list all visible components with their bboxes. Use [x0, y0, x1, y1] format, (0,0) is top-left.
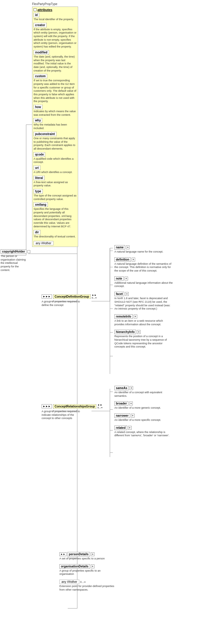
prop-id-name: id [34, 13, 39, 17]
right-prop-facet-plus: + [125, 292, 129, 296]
concept-rel-group-box: ►►► ConceptRelationshipsGroup ►► 0...∞ A… [42, 404, 102, 420]
rel-prop-sameas-label: sameAs [114, 386, 129, 390]
rel-prop-sameas-desc: An identifier of a concept with equivale… [114, 391, 174, 398]
any-other-bottom-desc: Extension point for provider-defined pro… [59, 585, 119, 591]
right-prop-name-item: name + A natural language name for the c… [114, 245, 174, 254]
prop-how-name: how [34, 105, 42, 109]
right-prop-remoteinfo-item: remoteInfo + A link to an item or a web … [114, 314, 174, 326]
prop-qcode: qcode A qualified code which identifies … [34, 152, 77, 164]
prop-custom-name: custom [34, 74, 47, 78]
right-prop-facet-item: facet + In NAR 1.8 and later, facet is d… [114, 292, 174, 311]
prop-type-desc: The type of the concept assigned as cont… [34, 194, 77, 201]
prop-uri-name: uri [34, 166, 40, 170]
rel-prop-narrower-plus: + [131, 414, 135, 418]
concept-def-connector: ►►► [42, 294, 52, 299]
concept-def-desc: A group of properties required to define… [42, 300, 83, 307]
concept-rel-connector: ►►► [42, 404, 52, 408]
prop-qcode-name: qcode [34, 152, 45, 157]
prop-custom: custom If set to true the corresponding … [34, 74, 77, 103]
right-prop-definition-item: definition + A natural language definiti… [114, 257, 174, 273]
right-prop-remoteinfo-desc: A link to an item or a web resource whic… [114, 319, 174, 326]
prop-uri-desc: A URI which identifies a concept. [34, 171, 77, 174]
right-prop-facet-label: facet [114, 292, 124, 296]
prop-why: why Why the metadata has been included. [34, 118, 77, 130]
copyright-holder-name: copyrightHolder [1, 249, 26, 254]
prop-dir-desc: The directionality of textual content. [34, 235, 77, 239]
concept-rel-desc: A group of properties required to indica… [42, 410, 83, 420]
rel-prop-related-desc: A related concept, where the relationshi… [114, 431, 174, 437]
rel-prop-related-item: related + A related concept, where the r… [114, 426, 174, 437]
prop-xmllang: xmllang Specifies the language of this p… [34, 202, 77, 228]
prop-pubconstraint-name: pubconstraint [34, 132, 56, 136]
rel-prop-broader-plus: + [129, 402, 133, 405]
org-details-desc: A group of properties specific to an org… [59, 569, 113, 576]
right-prop-name-plus: + [126, 245, 130, 249]
prop-literal-desc: A free-text value assigned as property v… [34, 181, 77, 188]
prop-xmllang-name: xmllang [34, 202, 48, 207]
box-icon [34, 8, 37, 11]
prop-id-desc: The local identifier of the property. [34, 18, 77, 21]
right-prop-definition-label: definition [114, 257, 131, 262]
right-prop-hierarchyinfo-desc: Represents the position of a concept in … [114, 335, 174, 349]
right-prop-remoteinfo-plus: + [134, 315, 137, 318]
rel-prop-broader-item: broader + An identifier of a more generi… [114, 401, 174, 410]
right-prop-note-plus: + [124, 277, 128, 280]
prop-literal-name: literal [34, 176, 45, 180]
bottom-items-container: ►► personDetails + A set of properties s… [59, 552, 119, 595]
concept-rel-mult: ►► 0...∞ [97, 404, 102, 409]
concept-rel-label: ConceptRelationshipsGroup [53, 404, 97, 409]
rel-prop-sameas-plus: + [130, 386, 133, 390]
diagram-title: FlexPartyPropType [32, 2, 57, 6]
attributes-label: attributes [37, 8, 52, 12]
right-prop-remoteinfo-label: remoteInfo [114, 314, 133, 319]
right-prop-facet-desc: In NAR 1.8 and later, facet is deprecate… [114, 297, 174, 311]
prop-type-name: type [34, 189, 43, 193]
right-prop-note-desc: Additional natural language information … [114, 281, 174, 288]
prop-modified: modified The date (and, optionally, the … [34, 50, 77, 72]
prop-how-desc: Indicates by which means the value was e… [34, 110, 77, 117]
prop-xmllang-desc: Specifies the language of this property … [34, 207, 77, 228]
right-prop-note-item: note + Additional natural language infor… [114, 276, 174, 288]
prop-creator-name: creator [34, 23, 47, 27]
diagram-container: FlexPartyPropType attributes id The loca… [0, 0, 202, 644]
person-details-plus: + [91, 552, 94, 556]
rel-prop-sameas-item: sameAs + An identifier of a concept with… [114, 386, 174, 398]
org-details-item: organisationDetails + A group of propert… [59, 564, 119, 576]
any-other-label: any ##other [34, 241, 53, 245]
copyright-holder-icon [27, 250, 30, 253]
right-prop-hierarchyinfo-label: hierarchyInfo [114, 330, 136, 334]
prop-qcode-desc: A qualified code which identifies a conc… [34, 157, 77, 164]
person-details-label: personDetails [67, 552, 90, 556]
person-details-desc: A set of properties specific to a person [59, 557, 113, 561]
right-props-container: name + A natural language name for the c… [114, 245, 174, 352]
any-other-bottom-label: any ##other [59, 580, 79, 584]
prop-pubconstraint-desc: One or many constraints that apply to pu… [34, 137, 77, 151]
concept-def-group-box: ►►► ConceptDefinitionGroup ►► 0...∞ A gr… [42, 294, 97, 307]
right-prop-note-label: note [114, 276, 124, 281]
prop-dir: dir The directionality of textual conten… [34, 230, 77, 239]
copyright-holder-desc: The person or organisation claiming the … [1, 255, 27, 272]
rel-prop-broader-desc: An identifier of a more generic concept. [114, 406, 174, 410]
rel-prop-narrower-label: narrower [114, 413, 130, 418]
prop-creator-desc: If the attribute is empty, specifies whi… [34, 28, 77, 49]
prop-why-desc: Why the metadata has been included. [34, 123, 77, 130]
prop-modified-desc: The date (and, optionally, the time) whe… [34, 55, 77, 72]
rel-prop-narrower-desc: An identifier of a more specific concept… [114, 418, 174, 422]
prop-how: how Indicates by which means the value w… [34, 105, 77, 117]
prop-custom-desc: If set to true the corresponding propert… [34, 79, 77, 103]
rel-prop-broader-label: broader [114, 401, 128, 406]
person-details-item: ►► personDetails + A set of properties s… [59, 552, 119, 561]
prop-why-name: why [34, 118, 42, 123]
prop-dir-name: dir [34, 230, 40, 234]
any-other-bottom-item: any ##other 0...∞ Extension point for pr… [59, 580, 119, 591]
prop-literal: literal A free-text value assigned as pr… [34, 176, 77, 188]
org-details-label: organisationDetails [59, 564, 90, 569]
right-prop-definition-plus: + [132, 258, 135, 261]
rel-prop-related-label: related [114, 426, 127, 430]
copyright-holder-box: copyrightHolder The person or organisati… [1, 249, 30, 272]
prop-uri: uri A URI which identifies a concept. [34, 166, 77, 174]
person-details-seq-icon: ►► [59, 552, 67, 556]
right-prop-name-desc: A natural language name for the concept. [114, 250, 174, 254]
prop-id: id The local identifier of the property. [34, 13, 77, 21]
rel-prop-related-plus: + [128, 426, 132, 430]
